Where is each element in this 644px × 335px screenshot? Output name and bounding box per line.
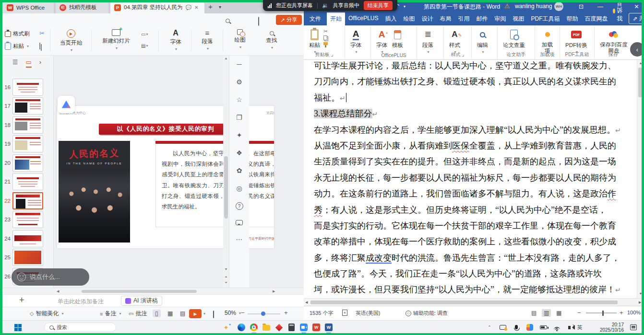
next-slide-icon[interactable]: ⏷ xyxy=(223,281,229,285)
word-document-area[interactable]: 可让学生展开讨论，最后总结：以人民为中心，坚守道义之重。唯有铁腕发力、刀刃向内，… xyxy=(304,60,637,298)
account-name[interactable]: wanling huang xyxy=(515,3,552,10)
scroll-down-icon[interactable]: ▼ xyxy=(637,292,644,295)
taskbar-search-input[interactable]: 搜索 xyxy=(44,323,116,332)
cut-icon[interactable]: ✂ xyxy=(323,29,328,34)
outline-view-icon[interactable]: ☰ xyxy=(12,58,18,68)
cut-icon[interactable]: ✂ xyxy=(39,30,45,37)
zoom-slider[interactable] xyxy=(248,313,280,314)
scroll-up-icon[interactable]: ▲ xyxy=(637,61,644,65)
slide-view-icon[interactable]: ▭ xyxy=(26,58,32,68)
notes-toggle-button[interactable]: ≡ 备注 xyxy=(100,310,121,318)
zoom-in-icon[interactable]: + xyxy=(284,309,288,316)
word-paragraph-button[interactable]: ≣ 段落 xyxy=(420,27,436,55)
microphone-tray-icon[interactable] xyxy=(512,323,521,332)
comments-button[interactable]: ▭ 批注 xyxy=(129,310,147,318)
slide-section-dropdown[interactable]: ▤▾ xyxy=(141,43,148,48)
ai-speech-button[interactable]: AI 演讲稿 xyxy=(121,296,162,306)
comment-icon[interactable] xyxy=(236,220,243,225)
ribbon-display-options-button[interactable]: ⊡ xyxy=(572,0,591,13)
taskbar-word-icon[interactable]: W xyxy=(324,323,333,332)
slide-thumbnail-19[interactable]: 19 xyxy=(0,135,54,153)
scroll-left-icon[interactable]: ◀ xyxy=(57,289,59,293)
slide-thumbnail-image[interactable] xyxy=(12,249,43,266)
help-icon[interactable]: ? xyxy=(236,202,243,210)
word-tab-8[interactable]: 引用 xyxy=(454,12,473,25)
taskbar-calculator-icon[interactable] xyxy=(287,323,296,332)
slide-thumbnail-image[interactable] xyxy=(12,154,43,172)
slideshow-play-button[interactable]: ▶ xyxy=(189,309,202,318)
slide-thumbnail-image[interactable] xyxy=(12,230,43,247)
slide-thumbnail-25[interactable]: 25 xyxy=(0,248,54,267)
collapse-icon[interactable]: ─ xyxy=(237,60,242,68)
word-tab-10[interactable]: 审阅 xyxy=(491,12,509,25)
tray-clock[interactable]: 20:17 2025/10/16 xyxy=(594,322,624,333)
word-font-button[interactable]: A 字体 xyxy=(348,27,364,55)
word-tab-5[interactable]: 绘图 xyxy=(400,12,418,25)
taskbar-copilot-icon[interactable]: ✦ xyxy=(222,323,230,332)
ime-indicator[interactable]: 英 xyxy=(575,323,584,332)
zoom-out-icon[interactable]: − xyxy=(577,309,581,316)
add-slide-plus-button[interactable]: + xyxy=(19,295,24,305)
slide-thumbnail-image[interactable] xyxy=(12,211,43,228)
accessibility-status[interactable]: ⚇ 辅助功能: 调查 xyxy=(405,310,448,317)
word-hscroll-thumb[interactable] xyxy=(310,300,618,304)
zoom-level-button[interactable]: 50% xyxy=(225,310,241,316)
slide-thumbnail-image[interactable] xyxy=(12,79,43,96)
word-tab-11[interactable]: 视图 xyxy=(509,12,527,25)
word-tab-1[interactable]: 文件 xyxy=(304,12,327,25)
smart-beautify-button[interactable]: ◇ 智能美化 xyxy=(30,310,63,318)
word-tab-6[interactable]: 设计 xyxy=(418,12,436,25)
tab-docer-template[interactable]: 稻 找稻壳模板 xyxy=(56,1,108,13)
wps-share-button[interactable]: ↗ 分享 xyxy=(276,15,302,25)
play-from-current-button[interactable]: ▶ 当页开始 xyxy=(54,29,88,52)
play-options-chevron-icon[interactable]: ▾ xyxy=(203,312,205,316)
slide-thumbnail-16[interactable]: 16 xyxy=(0,78,54,96)
print-layout-icon[interactable]: ▥ xyxy=(542,309,551,317)
meeting-tray-icon[interactable] xyxy=(525,323,535,332)
slides-icon[interactable]: ❐ xyxy=(236,114,242,121)
taskbar-wps-icon[interactable]: W xyxy=(312,323,321,332)
tray-expand-tray-icon[interactable]: ⌃ xyxy=(485,323,494,332)
theme-icon[interactable]: ❖ xyxy=(236,149,242,157)
star-icon[interactable]: ☆ xyxy=(236,96,242,104)
slide-thumbnail-23[interactable]: 23 xyxy=(0,210,54,229)
word-count[interactable]: 1535 个字 xyxy=(310,310,334,317)
reference-icon[interactable]: ◎ xyxy=(236,185,242,192)
normal-view-icon[interactable]: ▯ xyxy=(153,310,161,317)
slide-thumbnail-21[interactable]: 21 xyxy=(0,173,54,191)
magic-icon[interactable]: ✦ xyxy=(237,131,242,139)
minimize-button[interactable]: — xyxy=(591,0,610,13)
word-zoom-slider[interactable] xyxy=(586,312,617,313)
wps-search-icon[interactable] xyxy=(226,16,230,25)
slide-layout-dropdown[interactable]: ▭▾ xyxy=(141,32,148,37)
fit-slide-icon[interactable] xyxy=(213,311,214,318)
taskbar-chrome-icon[interactable] xyxy=(250,323,258,332)
qat-customize-chevron-icon[interactable]: ▾ xyxy=(404,4,405,9)
start-button[interactable] xyxy=(14,324,22,331)
word-horizontal-scrollbar[interactable]: ◀ ▶ xyxy=(304,298,644,306)
wps-ai-assistant-button[interactable] xyxy=(58,96,75,113)
new-tab-button[interactable]: + xyxy=(208,2,213,11)
scroll-left-icon[interactable]: ◀ xyxy=(305,300,308,304)
ribbon-collapse-button[interactable]: ‹ xyxy=(630,42,644,57)
wps-vscroll-thumb[interactable] xyxy=(224,156,228,219)
new-slide-button[interactable]: 新建幻灯片 xyxy=(96,29,136,50)
copy-icon[interactable] xyxy=(323,35,327,40)
paragraph-menu-button[interactable]: ≡ 段落 xyxy=(195,29,220,51)
wps-hscroll-thumb[interactable] xyxy=(82,290,197,293)
word-tab-12[interactable]: PDF工具箱 xyxy=(527,12,563,25)
wifi-tray-icon[interactable] xyxy=(552,323,561,332)
scroll-right-icon[interactable]: ▶ xyxy=(639,300,641,304)
slide-thumbnail-17[interactable]: 17 xyxy=(0,97,54,116)
word-tab-3[interactable]: OfficePLUS xyxy=(345,12,382,25)
wps-horizontal-scrollbar[interactable]: ◀ ▶ xyxy=(0,288,304,294)
tab-comment-icon[interactable]: 💬 xyxy=(186,5,191,10)
tab-wps-home[interactable]: W WPS Office xyxy=(3,1,54,13)
word-vertical-scrollbar[interactable]: ▲ ▼ xyxy=(637,60,644,298)
word-tab-14[interactable]: 百度网盘 xyxy=(581,12,611,25)
slide-thumbnail-image[interactable] xyxy=(12,116,43,134)
slide-thumbnail-image[interactable] xyxy=(12,192,43,209)
material-icon[interactable]: ✿ xyxy=(237,167,242,174)
wps-vertical-scrollbar[interactable]: ▲ ▼ ⏶ ⏷ xyxy=(223,56,229,288)
stop-sharing-button[interactable]: 结束共享 xyxy=(364,1,393,10)
